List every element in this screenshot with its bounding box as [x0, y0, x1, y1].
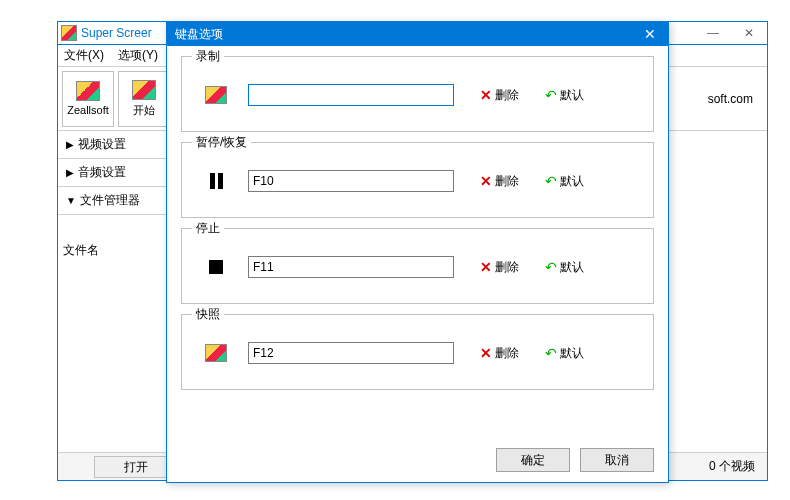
pause-legend: 暂停/恢复: [192, 134, 251, 151]
video-settings-label: 视频设置: [78, 136, 126, 153]
dialog-buttons: 确定 取消: [496, 448, 654, 472]
triangle-right-icon: ▶: [66, 139, 74, 150]
minimize-button[interactable]: —: [695, 22, 731, 44]
delete-label: 删除: [495, 87, 519, 104]
zeallsoft-icon: [76, 81, 100, 101]
accordion-video-settings[interactable]: ▶ 视频设置: [58, 131, 167, 159]
audio-settings-label: 音频设置: [78, 164, 126, 181]
pause-hotkey-input[interactable]: [248, 170, 454, 192]
pause-delete-button[interactable]: ✕ 删除: [480, 173, 519, 190]
record-delete-button[interactable]: ✕ 删除: [480, 87, 519, 104]
pause-icon: [210, 173, 223, 189]
menu-file[interactable]: 文件(X): [64, 47, 104, 64]
stop-icon: [209, 260, 223, 274]
window-controls: — ✕: [695, 22, 767, 44]
accordion-file-manager[interactable]: ▼ 文件管理器: [58, 187, 167, 215]
snapshot-icon-wrap: [194, 344, 238, 362]
toolbar-zeallsoft-button[interactable]: Zeallsoft: [62, 71, 114, 127]
delete-label: 删除: [495, 345, 519, 362]
main-title: Super Screer: [81, 26, 152, 40]
ok-button[interactable]: 确定: [496, 448, 570, 472]
cancel-button[interactable]: 取消: [580, 448, 654, 472]
keyboard-options-dialog: 键盘选项 ✕ 录制 ✕ 删除 ↶ 默认 暂停/恢复: [166, 21, 669, 483]
dialog-body: 录制 ✕ 删除 ↶ 默认 暂停/恢复 ✕: [167, 46, 668, 390]
accordion-audio-settings[interactable]: ▶ 音频设置: [58, 159, 167, 187]
stop-default-button[interactable]: ↶ 默认: [545, 259, 584, 276]
video-count: 0 个视频: [709, 458, 755, 475]
zeallsoft-label: Zeallsoft: [67, 104, 109, 116]
start-icon: [132, 80, 156, 100]
default-label: 默认: [560, 173, 584, 190]
stop-hotkey-input[interactable]: [248, 256, 454, 278]
toolbar-start-button[interactable]: 开始: [118, 71, 170, 127]
stop-row: ✕ 删除 ↶ 默认: [194, 243, 641, 291]
toolbar-right-text: soft.com: [708, 92, 763, 106]
delete-label: 删除: [495, 259, 519, 276]
record-default-button[interactable]: ↶ 默认: [545, 87, 584, 104]
group-record: 录制 ✕ 删除 ↶ 默认: [181, 56, 654, 132]
file-name-header: 文件名: [63, 242, 99, 259]
stop-legend: 停止: [192, 220, 224, 237]
stop-delete-button[interactable]: ✕ 删除: [480, 259, 519, 276]
x-icon: ✕: [480, 345, 492, 361]
menu-options[interactable]: 选项(Y): [118, 47, 158, 64]
snapshot-icon: [205, 344, 227, 362]
default-label: 默认: [560, 87, 584, 104]
snapshot-legend: 快照: [192, 306, 224, 323]
dialog-title: 键盘选项: [175, 26, 223, 43]
triangle-right-icon: ▶: [66, 167, 74, 178]
snapshot-delete-button[interactable]: ✕ 删除: [480, 345, 519, 362]
delete-label: 删除: [495, 173, 519, 190]
pause-default-button[interactable]: ↶ 默认: [545, 173, 584, 190]
group-stop: 停止 ✕ 删除 ↶ 默认: [181, 228, 654, 304]
arrow-icon: ↶: [545, 345, 557, 361]
record-hotkey-input[interactable]: [248, 84, 454, 106]
snapshot-hotkey-input[interactable]: [248, 342, 454, 364]
dialog-titlebar: 键盘选项 ✕: [167, 22, 668, 46]
arrow-icon: ↶: [545, 87, 557, 103]
close-button-main[interactable]: ✕: [731, 22, 767, 44]
arrow-icon: ↶: [545, 173, 557, 189]
default-label: 默认: [560, 259, 584, 276]
default-label: 默认: [560, 345, 584, 362]
left-panel: ▶ 视频设置 ▶ 音频设置 ▼ 文件管理器: [58, 131, 168, 215]
record-icon: [205, 86, 227, 104]
snapshot-default-button[interactable]: ↶ 默认: [545, 345, 584, 362]
pause-icon-wrap: [194, 173, 238, 189]
x-icon: ✕: [480, 87, 492, 103]
record-legend: 录制: [192, 48, 224, 65]
record-icon-wrap: [194, 86, 238, 104]
start-label: 开始: [133, 103, 155, 118]
record-row: ✕ 删除 ↶ 默认: [194, 71, 641, 119]
app-icon: [61, 25, 77, 41]
stop-icon-wrap: [194, 260, 238, 274]
dialog-close-button[interactable]: ✕: [632, 22, 668, 46]
triangle-down-icon: ▼: [66, 195, 76, 206]
x-icon: ✕: [480, 173, 492, 189]
arrow-icon: ↶: [545, 259, 557, 275]
x-icon: ✕: [480, 259, 492, 275]
group-snapshot: 快照 ✕ 删除 ↶ 默认: [181, 314, 654, 390]
pause-row: ✕ 删除 ↶ 默认: [194, 157, 641, 205]
group-pause: 暂停/恢复 ✕ 删除 ↶ 默认: [181, 142, 654, 218]
snapshot-row: ✕ 删除 ↶ 默认: [194, 329, 641, 377]
file-manager-label: 文件管理器: [80, 192, 140, 209]
